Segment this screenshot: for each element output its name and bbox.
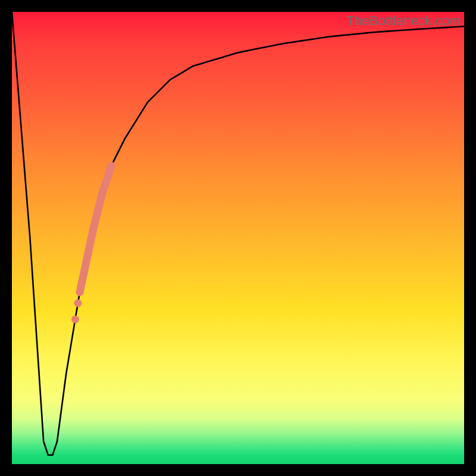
highlight-point [71, 315, 79, 323]
highlight-segment [80, 165, 111, 292]
highlight-point [77, 284, 84, 292]
bottleneck-curve-path [12, 12, 464, 455]
highlight-points [71, 284, 84, 324]
chart-frame: TheBottleneck.com [0, 0, 476, 476]
chart-plot-area: TheBottleneck.com [12, 12, 464, 464]
chart-svg [12, 12, 464, 464]
highlight-point [74, 299, 82, 307]
